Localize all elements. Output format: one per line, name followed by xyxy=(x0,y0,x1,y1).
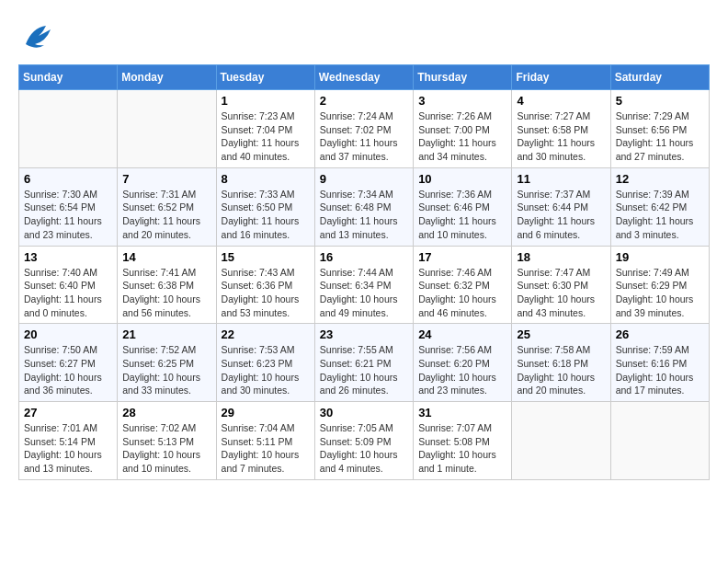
day-info: Sunrise: 7:05 AM Sunset: 5:09 PM Dayligh… xyxy=(320,421,408,476)
week-row-1: 1Sunrise: 7:23 AM Sunset: 7:04 PM Daylig… xyxy=(19,90,710,168)
calendar-cell: 13Sunrise: 7:40 AM Sunset: 6:40 PM Dayli… xyxy=(19,246,118,324)
calendar-cell xyxy=(118,90,216,168)
calendar-cell: 6Sunrise: 7:30 AM Sunset: 6:54 PM Daylig… xyxy=(19,167,118,246)
week-row-5: 27Sunrise: 7:01 AM Sunset: 5:14 PM Dayli… xyxy=(19,402,710,480)
day-info: Sunrise: 7:50 AM Sunset: 6:27 PM Dayligh… xyxy=(24,343,112,397)
weekday-header-row: SundayMondayTuesdayWednesdayThursdayFrid… xyxy=(19,65,710,90)
calendar-cell xyxy=(19,90,118,168)
day-number: 17 xyxy=(418,250,506,264)
day-info: Sunrise: 7:41 AM Sunset: 6:38 PM Dayligh… xyxy=(122,266,210,320)
calendar-cell: 23Sunrise: 7:55 AM Sunset: 6:21 PM Dayli… xyxy=(314,324,413,402)
day-info: Sunrise: 7:56 AM Sunset: 6:20 PM Dayligh… xyxy=(418,343,506,397)
calendar-cell: 20Sunrise: 7:50 AM Sunset: 6:27 PM Dayli… xyxy=(19,324,118,402)
calendar-cell: 21Sunrise: 7:52 AM Sunset: 6:25 PM Dayli… xyxy=(118,324,216,402)
day-number: 11 xyxy=(517,172,605,186)
weekday-header-saturday: Saturday xyxy=(610,65,709,90)
day-number: 21 xyxy=(122,327,210,341)
day-number: 27 xyxy=(24,406,112,419)
day-number: 16 xyxy=(320,250,408,264)
calendar-cell: 31Sunrise: 7:07 AM Sunset: 5:08 PM Dayli… xyxy=(414,402,512,480)
day-number: 20 xyxy=(24,327,112,341)
week-row-4: 20Sunrise: 7:50 AM Sunset: 6:27 PM Dayli… xyxy=(19,324,710,402)
day-number: 18 xyxy=(517,250,605,264)
day-info: Sunrise: 7:47 AM Sunset: 6:30 PM Dayligh… xyxy=(517,266,605,320)
day-info: Sunrise: 7:07 AM Sunset: 5:08 PM Dayligh… xyxy=(418,421,506,476)
calendar-cell: 1Sunrise: 7:23 AM Sunset: 7:04 PM Daylig… xyxy=(216,90,314,168)
page-header xyxy=(18,18,710,55)
day-info: Sunrise: 7:49 AM Sunset: 6:29 PM Dayligh… xyxy=(616,266,704,320)
calendar-cell xyxy=(610,402,709,480)
logo-bird-icon xyxy=(18,18,55,55)
day-info: Sunrise: 7:43 AM Sunset: 6:36 PM Dayligh… xyxy=(222,266,310,320)
calendar-cell: 15Sunrise: 7:43 AM Sunset: 6:36 PM Dayli… xyxy=(216,246,314,324)
day-number: 26 xyxy=(616,327,704,341)
calendar-cell xyxy=(512,402,610,480)
day-number: 25 xyxy=(517,327,605,341)
calendar-cell: 26Sunrise: 7:59 AM Sunset: 6:16 PM Dayli… xyxy=(610,324,709,402)
calendar-cell: 7Sunrise: 7:31 AM Sunset: 6:52 PM Daylig… xyxy=(118,167,216,246)
calendar-cell: 11Sunrise: 7:37 AM Sunset: 6:44 PM Dayli… xyxy=(512,167,610,246)
day-number: 3 xyxy=(418,94,506,108)
day-number: 9 xyxy=(320,172,408,186)
calendar-cell: 3Sunrise: 7:26 AM Sunset: 7:00 PM Daylig… xyxy=(414,90,512,168)
calendar-cell: 4Sunrise: 7:27 AM Sunset: 6:58 PM Daylig… xyxy=(512,90,610,168)
day-number: 8 xyxy=(222,172,310,186)
calendar-cell: 22Sunrise: 7:53 AM Sunset: 6:23 PM Dayli… xyxy=(216,324,314,402)
calendar-cell: 12Sunrise: 7:39 AM Sunset: 6:42 PM Dayli… xyxy=(610,167,709,246)
week-row-3: 13Sunrise: 7:40 AM Sunset: 6:40 PM Dayli… xyxy=(19,246,710,324)
weekday-header-monday: Monday xyxy=(118,65,216,90)
calendar-cell: 2Sunrise: 7:24 AM Sunset: 7:02 PM Daylig… xyxy=(314,90,413,168)
day-info: Sunrise: 7:27 AM Sunset: 6:58 PM Dayligh… xyxy=(517,109,605,164)
day-number: 10 xyxy=(418,172,506,186)
day-info: Sunrise: 7:34 AM Sunset: 6:48 PM Dayligh… xyxy=(320,188,408,242)
calendar-cell: 10Sunrise: 7:36 AM Sunset: 6:46 PM Dayli… xyxy=(414,167,512,246)
day-number: 12 xyxy=(616,172,704,186)
week-row-2: 6Sunrise: 7:30 AM Sunset: 6:54 PM Daylig… xyxy=(19,167,710,246)
day-info: Sunrise: 7:46 AM Sunset: 6:32 PM Dayligh… xyxy=(418,266,506,320)
day-number: 23 xyxy=(320,327,408,341)
weekday-header-thursday: Thursday xyxy=(414,65,512,90)
day-info: Sunrise: 7:23 AM Sunset: 7:04 PM Dayligh… xyxy=(222,109,310,164)
day-info: Sunrise: 7:31 AM Sunset: 6:52 PM Dayligh… xyxy=(122,188,210,242)
calendar-cell: 19Sunrise: 7:49 AM Sunset: 6:29 PM Dayli… xyxy=(610,246,709,324)
day-number: 29 xyxy=(222,406,310,419)
calendar-cell: 25Sunrise: 7:58 AM Sunset: 6:18 PM Dayli… xyxy=(512,324,610,402)
day-number: 1 xyxy=(222,94,310,108)
calendar-cell: 18Sunrise: 7:47 AM Sunset: 6:30 PM Dayli… xyxy=(512,246,610,324)
day-info: Sunrise: 7:44 AM Sunset: 6:34 PM Dayligh… xyxy=(320,266,408,320)
calendar-cell: 9Sunrise: 7:34 AM Sunset: 6:48 PM Daylig… xyxy=(314,167,413,246)
day-info: Sunrise: 7:53 AM Sunset: 6:23 PM Dayligh… xyxy=(222,343,310,397)
day-info: Sunrise: 7:39 AM Sunset: 6:42 PM Dayligh… xyxy=(616,188,704,242)
day-number: 30 xyxy=(320,406,408,419)
day-info: Sunrise: 7:36 AM Sunset: 6:46 PM Dayligh… xyxy=(418,188,506,242)
day-info: Sunrise: 7:26 AM Sunset: 7:00 PM Dayligh… xyxy=(418,109,506,164)
day-info: Sunrise: 7:04 AM Sunset: 5:11 PM Dayligh… xyxy=(222,421,310,476)
day-number: 19 xyxy=(616,250,704,264)
calendar-cell: 24Sunrise: 7:56 AM Sunset: 6:20 PM Dayli… xyxy=(414,324,512,402)
day-number: 4 xyxy=(517,94,605,108)
calendar-cell: 27Sunrise: 7:01 AM Sunset: 5:14 PM Dayli… xyxy=(19,402,118,480)
calendar-cell: 17Sunrise: 7:46 AM Sunset: 6:32 PM Dayli… xyxy=(414,246,512,324)
day-number: 28 xyxy=(122,406,210,419)
day-number: 31 xyxy=(418,406,506,419)
day-info: Sunrise: 7:59 AM Sunset: 6:16 PM Dayligh… xyxy=(616,343,704,397)
weekday-header-tuesday: Tuesday xyxy=(216,65,314,90)
day-number: 6 xyxy=(24,172,112,186)
day-number: 13 xyxy=(24,250,112,264)
day-info: Sunrise: 7:01 AM Sunset: 5:14 PM Dayligh… xyxy=(24,421,112,476)
day-info: Sunrise: 7:02 AM Sunset: 5:13 PM Dayligh… xyxy=(122,421,210,476)
day-number: 24 xyxy=(418,327,506,341)
day-info: Sunrise: 7:55 AM Sunset: 6:21 PM Dayligh… xyxy=(320,343,408,397)
calendar-cell: 14Sunrise: 7:41 AM Sunset: 6:38 PM Dayli… xyxy=(118,246,216,324)
day-info: Sunrise: 7:30 AM Sunset: 6:54 PM Dayligh… xyxy=(24,188,112,242)
day-number: 7 xyxy=(122,172,210,186)
calendar-table: SundayMondayTuesdayWednesdayThursdayFrid… xyxy=(18,64,710,480)
day-info: Sunrise: 7:33 AM Sunset: 6:50 PM Dayligh… xyxy=(222,188,310,242)
weekday-header-friday: Friday xyxy=(512,65,610,90)
calendar-cell: 16Sunrise: 7:44 AM Sunset: 6:34 PM Dayli… xyxy=(314,246,413,324)
day-info: Sunrise: 7:40 AM Sunset: 6:40 PM Dayligh… xyxy=(24,266,112,320)
day-number: 14 xyxy=(122,250,210,264)
weekday-header-wednesday: Wednesday xyxy=(314,65,413,90)
calendar-cell: 5Sunrise: 7:29 AM Sunset: 6:56 PM Daylig… xyxy=(610,90,709,168)
day-number: 5 xyxy=(616,94,704,108)
